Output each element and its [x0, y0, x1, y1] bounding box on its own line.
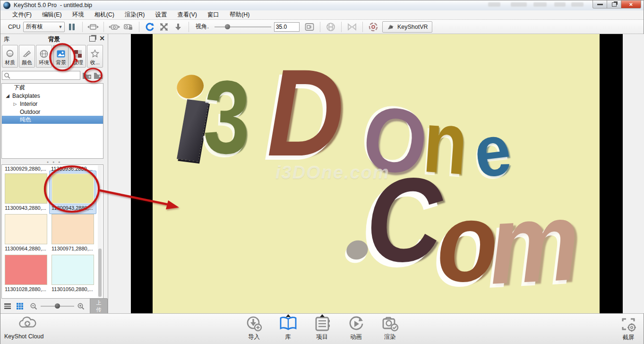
- search-input[interactable]: [2, 71, 80, 80]
- fov-input[interactable]: [274, 22, 300, 32]
- menu-edit[interactable]: 编辑(E): [37, 11, 67, 19]
- screenshot-icon: [619, 316, 638, 333]
- thumbnail[interactable]: [5, 173, 47, 204]
- letter-e: e: [470, 113, 515, 189]
- thumbnail[interactable]: [52, 255, 94, 285]
- tree-item-downloads[interactable]: 下载: [2, 84, 103, 92]
- float-panel-icon[interactable]: [89, 36, 95, 42]
- keyshotvr-label: KeyShotVR: [397, 24, 428, 30]
- cpu-label: CPU: [8, 24, 20, 30]
- tab-backplates[interactable]: 背景: [53, 45, 69, 68]
- menu-camera[interactable]: 相机(C): [89, 11, 120, 19]
- library-icon: [279, 315, 298, 332]
- close-panel-icon[interactable]: ✕: [99, 34, 105, 42]
- dock-library[interactable]: 库: [274, 315, 303, 341]
- grid-view-button[interactable]: [17, 303, 23, 310]
- tree-item-backplates[interactable]: ◢ Backplates: [2, 92, 103, 100]
- keyshot-cloud-button[interactable]: KeyShot Cloud: [4, 316, 61, 340]
- dock-label: 渲染: [384, 333, 396, 341]
- fov-label: 视角.: [195, 23, 208, 31]
- lock-camera-button[interactable]: [122, 21, 135, 33]
- cores-dropdown[interactable]: 所有核▼: [23, 22, 65, 32]
- thumb-label: 11300943,2880,...: [52, 205, 93, 211]
- menu-view[interactable]: 查看(V): [172, 11, 202, 19]
- collapsed-arrow-icon[interactable]: ▷: [12, 102, 18, 106]
- tree-label: Backplates: [12, 93, 40, 99]
- app-icon: [3, 2, 10, 9]
- dock-project[interactable]: 项目: [308, 315, 337, 341]
- menu-file[interactable]: 文件(F): [7, 11, 37, 19]
- render-queue-button[interactable]: [367, 21, 379, 33]
- thumbnail[interactable]: [52, 214, 94, 244]
- cycle-environment-button[interactable]: [87, 21, 99, 33]
- thumbnail-size-slider[interactable]: [41, 302, 75, 310]
- pause-button[interactable]: [66, 21, 78, 33]
- tree-label: 下载: [13, 84, 25, 92]
- dock-import[interactable]: 导入: [240, 315, 269, 341]
- fov-slider-handle[interactable]: [225, 24, 230, 29]
- search-row: +: [2, 70, 107, 81]
- zoom-out-icon[interactable]: [30, 302, 38, 310]
- tab-textures[interactable]: 纹理: [70, 45, 86, 68]
- panel-splitter[interactable]: ● ● ●: [0, 160, 108, 163]
- thumbnail-selected[interactable]: [52, 173, 94, 204]
- tree-label: Interior: [20, 101, 37, 107]
- hide-toolbar-button[interactable]: [172, 21, 184, 33]
- dock-open-indicator: [286, 314, 291, 317]
- thumbnail[interactable]: [5, 255, 47, 285]
- screenshot-button[interactable]: 截屏: [619, 316, 638, 342]
- thumbnail-list: 11300929,2880,... 11300936,2880,... 1130…: [1, 164, 103, 299]
- dock-render[interactable]: 渲染: [376, 315, 405, 341]
- tree-item-outdoor[interactable]: Outdoor: [2, 108, 103, 116]
- cycle-camera-button[interactable]: [108, 21, 120, 33]
- thumb-label: 11300929,2880,...: [5, 166, 46, 172]
- thumbnail[interactable]: [5, 214, 47, 244]
- tree-item-interior[interactable]: ▷ Interior: [2, 100, 103, 108]
- thumb-label: 11300943,2880,...: [5, 205, 46, 211]
- mirror-button[interactable]: [346, 21, 358, 33]
- upload-button[interactable]: 上传: [90, 298, 108, 314]
- tree-item-solid-color[interactable]: 纯色: [2, 116, 103, 124]
- expanded-arrow-icon[interactable]: ◢: [5, 93, 10, 98]
- letter-m: m: [486, 184, 582, 301]
- dock-animation[interactable]: 动画: [342, 315, 371, 341]
- keyshotvr-button[interactable]: KeyShotVR: [382, 21, 432, 33]
- close-button[interactable]: ✕: [621, 0, 641, 9]
- thumbnail-size-handle[interactable]: [55, 303, 60, 309]
- folder-options-button[interactable]: [93, 71, 104, 80]
- tab-environments[interactable]: 环境: [36, 45, 52, 68]
- environment-sphere-button[interactable]: [325, 21, 337, 33]
- add-folder-button[interactable]: +: [81, 71, 93, 80]
- tab-colors[interactable]: 颜色: [19, 45, 35, 68]
- main-toolbar: CPU 所有核▼ 视角.: [0, 20, 644, 34]
- tab-label: 材质: [5, 59, 15, 66]
- menu-help[interactable]: 帮助(H): [224, 11, 255, 19]
- region-render-button[interactable]: [303, 21, 316, 33]
- scrollbar-thumb[interactable]: [98, 249, 102, 297]
- screenshot-label: 截屏: [623, 334, 635, 342]
- fov-slider[interactable]: [215, 22, 271, 32]
- reset-camera-button[interactable]: [144, 21, 156, 33]
- fullscreen-button[interactable]: [158, 21, 170, 33]
- tab-materials[interactable]: 材质: [2, 45, 18, 68]
- letter-3: 3: [202, 64, 252, 170]
- menu-bar: 文件(F) 编辑(E) 环境 相机(C) 渲染(R) 设置 查看(V) 窗口 帮…: [0, 10, 644, 20]
- tab-favorites[interactable]: 收...: [87, 45, 103, 68]
- thumbnail-scrollbar[interactable]: [98, 165, 102, 298]
- thumb-label: 11300964,2880,...: [5, 246, 46, 251]
- library-panel: 库 背景 ✕ 材质 颜色 环境 背景 纹理: [0, 34, 108, 313]
- menu-render[interactable]: 渲染(R): [120, 11, 150, 19]
- title-bar: KeyShot 5.0 Pro - untitled.bip ✕: [0, 0, 644, 11]
- menu-window[interactable]: 窗口: [202, 11, 224, 19]
- menu-settings[interactable]: 设置: [150, 11, 172, 19]
- menu-environment[interactable]: 环境: [67, 11, 89, 19]
- zoom-in-icon[interactable]: [77, 302, 85, 310]
- window-controls: ✕: [592, 0, 641, 9]
- render-viewport[interactable]: 3 D O n e i3DOne.com C o m: [108, 34, 644, 313]
- restore-button[interactable]: [607, 0, 621, 9]
- letterbox-left: [131, 34, 153, 313]
- tab-label: 纹理: [73, 59, 83, 66]
- minimize-button[interactable]: [592, 0, 607, 9]
- list-view-button[interactable]: [4, 303, 11, 309]
- cloud-icon: [17, 316, 38, 332]
